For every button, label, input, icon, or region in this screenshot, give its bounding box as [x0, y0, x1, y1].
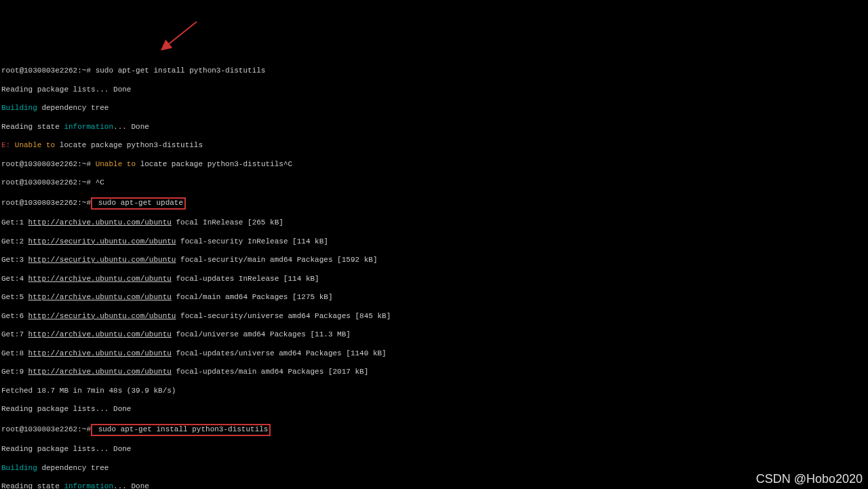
- output-line: Building dependency tree: [1, 104, 867, 113]
- svg-line-0: [163, 22, 197, 49]
- output-line: Get:9 http://archive.ubuntu.com/ubuntu f…: [1, 368, 867, 377]
- cmd-line: root@1030803e2262:~# Unable to locate pa…: [1, 160, 867, 170]
- highlight-cmd-install: sudo apt-get install python3-distutils: [91, 424, 271, 436]
- output-line: Reading package lists... Done: [1, 85, 867, 95]
- watermark: CSDN @Hobo2020: [756, 471, 863, 487]
- output-line: Reading package lists... Done: [1, 405, 867, 414]
- error-line: E: Unable to locate package python3-dist…: [1, 141, 867, 151]
- output-line: Get:7 http://archive.ubuntu.com/ubuntu f…: [1, 330, 867, 340]
- output-line: Reading state information... Done: [1, 123, 867, 132]
- output-line: Get:8 http://archive.ubuntu.com/ubuntu f…: [1, 349, 867, 359]
- output-line: Get:6 http://security.ubuntu.com/ubuntu …: [1, 312, 867, 321]
- cmd-line: root@1030803e2262:~# sudo apt-get update: [1, 197, 867, 210]
- output-line: Get:4 http://archive.ubuntu.com/ubuntu f…: [1, 275, 867, 284]
- output-line: Get:2 http://security.ubuntu.com/ubuntu …: [1, 237, 867, 247]
- cmd-line: root@1030803e2262:~# sudo apt-get instal…: [1, 66, 867, 76]
- output-line: Get:5 http://archive.ubuntu.com/ubuntu f…: [1, 293, 867, 302]
- output-line: Fetched 18.7 MB in 7min 48s (39.9 kB/s): [1, 387, 867, 396]
- output-line: Building dependency tree: [1, 464, 867, 473]
- output-line: Get:3 http://security.ubuntu.com/ubuntu …: [1, 256, 867, 265]
- annotation-arrow: [156, 15, 203, 62]
- output-line: Reading package lists... Done: [1, 445, 867, 454]
- cmd-line: root@1030803e2262:~# ^C: [1, 178, 867, 188]
- terminal[interactable]: root@1030803e2262:~# sudo apt-get instal…: [0, 56, 868, 490]
- cmd-line: root@1030803e2262:~# sudo apt-get instal…: [1, 424, 867, 436]
- output-line: Get:1 http://archive.ubuntu.com/ubuntu f…: [1, 218, 867, 228]
- output-line: Reading state information... Done: [1, 482, 867, 489]
- highlight-cmd-update: sudo apt-get update: [91, 197, 186, 210]
